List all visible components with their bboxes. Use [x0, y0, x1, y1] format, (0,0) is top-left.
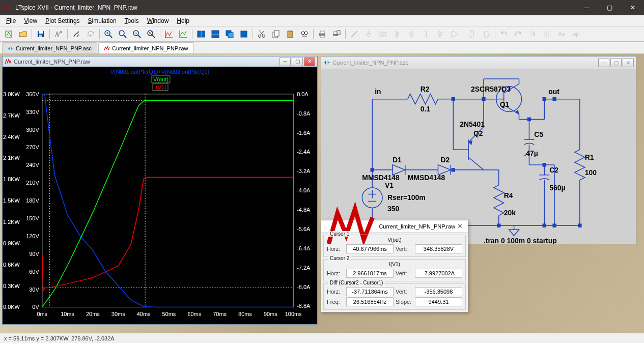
plot-window-close-button[interactable]: ✕: [304, 57, 315, 66]
move-button[interactable]: [465, 28, 479, 40]
y-axis-power[interactable]: 3.0KW 2.7KW 2.4KW 2.1KW 1.8KW 1.5KW 1.2K…: [3, 91, 20, 310]
new-schematic-button[interactable]: [2, 28, 15, 40]
save-button[interactable]: [34, 28, 47, 40]
diode-button[interactable]: [433, 28, 446, 40]
copy-button[interactable]: [269, 28, 283, 40]
menu-window[interactable]: Window: [144, 16, 172, 25]
cursor1-horz-value[interactable]: 40.677966ms: [346, 244, 394, 253]
ground-button[interactable]: [362, 28, 375, 40]
schematic-window-close-button[interactable]: ✕: [623, 58, 634, 67]
r1-value[interactable]: 100: [585, 168, 597, 177]
schematic-window-titlebar[interactable]: Current_limiter_NPN_PNP.asc ─ ▢ ✕: [321, 56, 636, 69]
zoom-out-button[interactable]: [130, 28, 144, 40]
net-out-label[interactable]: out: [548, 88, 559, 96]
trace-label-iv1[interactable]: I(V1): [154, 83, 166, 90]
cursor2-horz-value[interactable]: 2.9661017ms: [346, 269, 394, 278]
q2-model[interactable]: 2N5401: [460, 120, 485, 128]
r4-name[interactable]: R4: [504, 191, 513, 199]
print-button[interactable]: [316, 28, 329, 40]
zoom-pan-button[interactable]: [116, 28, 129, 40]
menu-help[interactable]: Help: [174, 16, 192, 25]
plot-window-titlebar[interactable]: Current_limiter_NPN_PNP.raw ─ ▢ ✕: [3, 56, 317, 67]
r2-name[interactable]: R2: [421, 85, 430, 93]
v1-value[interactable]: 350: [387, 205, 399, 213]
menu-simulation[interactable]: Simulation: [85, 16, 120, 25]
tile-horiz-button[interactable]: [209, 28, 222, 40]
inductor-button[interactable]: [419, 28, 432, 40]
tile-windows-button[interactable]: [194, 28, 208, 40]
open-button[interactable]: [16, 28, 30, 40]
mirror-button[interactable]: [540, 28, 553, 40]
draw-wire-button[interactable]: [348, 28, 361, 40]
undo-button[interactable]: [497, 28, 511, 40]
c5-value[interactable]: .47µ: [524, 149, 538, 157]
tab-waveform[interactable]: Current_limiter_NPN_PNP.raw: [98, 42, 194, 53]
tab-schematic[interactable]: Current_limiter_NPN_PNP.asc: [2, 42, 97, 53]
plot-window-maximize-button[interactable]: ▢: [292, 57, 303, 66]
r2-value[interactable]: 0.1: [421, 105, 431, 113]
menu-plotsettings[interactable]: Plot Settings: [42, 16, 82, 25]
trace-label-power[interactable]: V(N001,out)*Ic(Q1)+V(N002,out)*Ib(Q1): [110, 69, 210, 75]
d2-name[interactable]: D2: [440, 156, 450, 164]
y-axis-voltage[interactable]: 360V 330V 300V 270V 240V 210V 180V 150V …: [26, 91, 39, 310]
minimize-button[interactable]: ─: [575, 0, 598, 15]
cut-button[interactable]: [255, 28, 268, 40]
cursor1-vert-value[interactable]: 348.35828V: [415, 244, 462, 253]
svg-rect-28: [334, 32, 337, 34]
menu-tools[interactable]: Tools: [122, 16, 142, 25]
c2-value[interactable]: 560µ: [549, 184, 565, 192]
d1-model[interactable]: MMSD4148: [362, 174, 400, 182]
q1-name[interactable]: Q1: [500, 100, 510, 108]
r1-name[interactable]: R1: [585, 153, 594, 161]
svg-text:-8.0A: -8.0A: [297, 283, 311, 290]
zoom-in-button[interactable]: [102, 28, 115, 40]
d1-name[interactable]: D1: [393, 156, 402, 164]
cascade-windows-button[interactable]: [223, 28, 236, 40]
svg-text:Aa: Aa: [557, 31, 565, 37]
component-button[interactable]: [447, 28, 461, 40]
find-button[interactable]: [298, 28, 311, 40]
plot-window-minimize-button[interactable]: ─: [279, 57, 291, 66]
c2-name[interactable]: C2: [549, 166, 558, 174]
menu-view[interactable]: View: [21, 16, 40, 25]
cursor2-vert-value[interactable]: -7.9927002A: [415, 269, 462, 278]
cursor-dialog[interactable]: Current_limiter_NPN_PNP.raw ✕ Cursor 1 V…: [321, 220, 468, 312]
spice-directive[interactable]: .tran 0 100m 0 startup: [484, 237, 557, 244]
capacitor-button[interactable]: [405, 28, 418, 40]
v1-name[interactable]: V1: [385, 181, 394, 189]
trace-label-vout[interactable]: V(out): [153, 76, 169, 82]
spice-directive-button[interactable]: .op: [569, 28, 582, 40]
paste-button[interactable]: [284, 28, 297, 40]
cursor-dialog-close-button[interactable]: ✕: [455, 222, 465, 230]
autorange-button[interactable]: [162, 28, 176, 40]
print-setup-button[interactable]: [330, 28, 343, 40]
q1-model[interactable]: 2SCR587D3: [471, 85, 511, 93]
close-all-button[interactable]: [237, 28, 250, 40]
v1-rser[interactable]: Rser=100m: [387, 193, 426, 202]
schematic-window-maximize-button[interactable]: ▢: [610, 58, 622, 67]
c5-name[interactable]: C5: [534, 130, 543, 138]
text-button[interactable]: Aa: [554, 28, 568, 40]
run-button[interactable]: [70, 28, 83, 40]
plot-area[interactable]: V(N001,out)*Ic(Q1)+V(N002,out)*Ib(Q1) V(…: [3, 67, 317, 324]
schematic-window-minimize-button[interactable]: ─: [598, 58, 609, 67]
zoom-fit-button[interactable]: [145, 28, 158, 40]
control-panel-button[interactable]: [52, 28, 65, 40]
close-button[interactable]: ✕: [621, 0, 644, 15]
drag-button[interactable]: [480, 28, 493, 40]
menu-file[interactable]: File: [3, 16, 19, 25]
label-net-button[interactable]: A: [376, 28, 389, 40]
net-in-label[interactable]: in: [375, 88, 381, 96]
redo-button[interactable]: [512, 28, 525, 40]
resistor-button[interactable]: [390, 28, 404, 40]
rotate-button[interactable]: ⟳: [526, 28, 539, 40]
halt-button[interactable]: [84, 28, 97, 40]
y-axis-current[interactable]: 0.0A -0.8A -1.6A -2.4A -3.2A -4.0A -4.8A…: [297, 91, 311, 309]
svg-point-22: [301, 32, 304, 35]
r4-value[interactable]: 20k: [504, 209, 516, 217]
x-axis[interactable]: 0ms 10ms 20ms 30ms 40ms 50ms 60ms 70ms 8…: [37, 311, 302, 317]
d2-model[interactable]: MMSD4148: [408, 174, 445, 182]
q2-name[interactable]: Q2: [473, 129, 483, 137]
add-trace-button[interactable]: [177, 28, 190, 40]
maximize-button[interactable]: ▢: [598, 0, 621, 15]
